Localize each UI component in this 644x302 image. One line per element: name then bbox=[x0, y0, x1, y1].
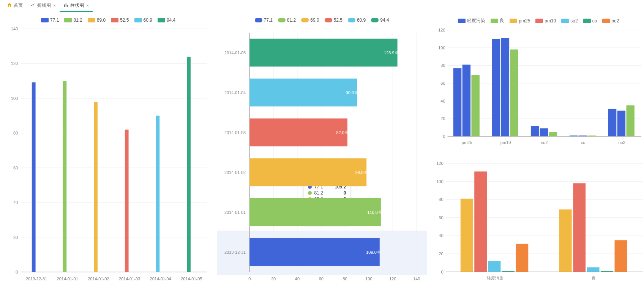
svg-rect-123 bbox=[516, 243, 528, 272]
legend-item[interactable]: 94.4 bbox=[371, 17, 389, 23]
svg-text:110.0: 110.0 bbox=[368, 210, 378, 215]
tab-bar: 首页 折线图 × 柱状图 × bbox=[0, 0, 644, 12]
svg-text:so2: so2 bbox=[541, 140, 548, 145]
svg-rect-94 bbox=[540, 128, 548, 136]
legend-item[interactable]: 69.0 bbox=[301, 17, 319, 23]
legend-label: 94.4 bbox=[380, 17, 389, 23]
legend-item[interactable]: 60.9 bbox=[348, 17, 366, 23]
chart4-plot: 020406080100120轻度污染良 bbox=[430, 159, 644, 284]
svg-text:0: 0 bbox=[441, 269, 443, 274]
chart3[interactable]: 轻度污染良pm25pm10so2cono2 020406080100120pm2… bbox=[430, 15, 644, 156]
tab-line-chart[interactable]: 折线图 × bbox=[27, 0, 60, 12]
tab-bar-chart[interactable]: 柱状图 × bbox=[60, 0, 93, 12]
legend-item[interactable]: 77.1 bbox=[255, 17, 273, 23]
legend-item[interactable]: no2 bbox=[602, 17, 619, 24]
chart1[interactable]: 77.181.269.052.560.994.4 020406080100120… bbox=[3, 15, 213, 299]
svg-text:90.0: 90.0 bbox=[346, 90, 354, 95]
svg-text:109.0: 109.0 bbox=[366, 250, 377, 255]
svg-text:80: 80 bbox=[343, 277, 347, 281]
legend-label: 60.9 bbox=[357, 17, 366, 23]
svg-text:2014-01-05: 2014-01-05 bbox=[181, 277, 202, 281]
close-icon[interactable]: × bbox=[53, 3, 56, 8]
chart1-plot: 0204060801001201402013-12-312014-01-0120… bbox=[3, 25, 213, 287]
svg-text:120: 120 bbox=[436, 161, 444, 166]
svg-rect-122 bbox=[502, 271, 515, 272]
svg-rect-103 bbox=[626, 105, 634, 136]
legend-item[interactable]: 77.1 bbox=[41, 17, 59, 23]
svg-rect-27 bbox=[156, 116, 159, 272]
svg-text:2014-01-01: 2014-01-01 bbox=[224, 210, 246, 215]
svg-text:0: 0 bbox=[443, 134, 445, 139]
chart2-legend: 77.181.269.052.560.994.4 bbox=[216, 15, 427, 25]
legend-item[interactable]: 52.5 bbox=[111, 17, 129, 23]
svg-text:60: 60 bbox=[439, 215, 443, 220]
legend-label: 60.9 bbox=[144, 17, 152, 23]
svg-rect-99 bbox=[587, 136, 595, 136]
legend-item[interactable]: 69.0 bbox=[88, 17, 106, 23]
legend-label: 69.0 bbox=[310, 17, 319, 23]
svg-text:40: 40 bbox=[439, 233, 443, 238]
svg-point-57 bbox=[365, 171, 368, 174]
svg-point-61 bbox=[345, 131, 348, 134]
svg-text:120: 120 bbox=[438, 28, 445, 32]
svg-text:2014-01-04: 2014-01-04 bbox=[224, 90, 246, 95]
svg-text:20: 20 bbox=[439, 251, 443, 256]
svg-text:2014-01-02: 2014-01-02 bbox=[224, 170, 246, 175]
legend-label: no2 bbox=[611, 18, 619, 24]
svg-text:2014-01-05: 2014-01-05 bbox=[224, 51, 246, 55]
svg-text:0: 0 bbox=[16, 270, 18, 274]
svg-rect-19 bbox=[32, 82, 36, 272]
legend-label: 94.4 bbox=[167, 17, 175, 23]
legend-item[interactable]: pm10 bbox=[535, 17, 556, 24]
legend-item[interactable]: 良 bbox=[491, 17, 504, 24]
svg-text:pm25: pm25 bbox=[462, 140, 472, 145]
legend-item[interactable]: co bbox=[583, 17, 597, 24]
line-chart-icon bbox=[30, 2, 36, 9]
svg-text:82.0: 82.0 bbox=[336, 130, 344, 135]
svg-text:80: 80 bbox=[440, 63, 445, 68]
svg-text:140: 140 bbox=[11, 27, 18, 31]
svg-rect-125 bbox=[559, 209, 572, 272]
close-icon[interactable]: × bbox=[86, 3, 89, 8]
svg-rect-95 bbox=[549, 132, 557, 136]
svg-rect-59 bbox=[250, 119, 348, 147]
legend-label: co bbox=[592, 18, 597, 24]
svg-text:0: 0 bbox=[249, 277, 251, 281]
legend-item[interactable]: pm25 bbox=[510, 17, 530, 24]
svg-rect-87 bbox=[471, 75, 479, 136]
legend-item[interactable]: 81.2 bbox=[64, 17, 82, 23]
legend-item[interactable]: 81.2 bbox=[278, 17, 296, 23]
chart2[interactable]: 77.181.269.052.560.994.4 020406080100120… bbox=[216, 15, 427, 299]
svg-text:2013-12-31: 2013-12-31 bbox=[224, 250, 246, 255]
svg-rect-126 bbox=[573, 183, 586, 272]
legend-item[interactable]: 60.9 bbox=[134, 17, 152, 23]
legend-label: 81.2 bbox=[73, 17, 82, 23]
legend-item[interactable]: so2 bbox=[561, 17, 578, 24]
legend-label: so2 bbox=[570, 18, 578, 24]
svg-text:2013-12-31: 2013-12-31 bbox=[26, 277, 47, 281]
svg-text:98.0: 98.0 bbox=[355, 170, 363, 175]
svg-rect-55 bbox=[250, 158, 367, 187]
chart3-legend: 轻度污染良pm25pm10so2cono2 bbox=[430, 15, 644, 26]
svg-rect-0 bbox=[64, 5, 65, 7]
chart4[interactable]: 020406080100120轻度污染良 bbox=[430, 159, 644, 299]
svg-rect-97 bbox=[570, 136, 578, 136]
svg-rect-63 bbox=[250, 79, 357, 107]
legend-item[interactable]: 94.4 bbox=[158, 17, 175, 23]
legend-label: 81.2 bbox=[287, 17, 296, 23]
svg-text:100: 100 bbox=[436, 179, 444, 183]
svg-rect-47 bbox=[250, 238, 380, 266]
svg-rect-119 bbox=[461, 198, 473, 272]
svg-point-49 bbox=[377, 251, 380, 254]
svg-text:2014-01-02: 2014-01-02 bbox=[88, 277, 109, 281]
tab-home-label: 首页 bbox=[14, 2, 23, 9]
legend-item[interactable]: 52.5 bbox=[325, 17, 343, 23]
svg-text:no2: no2 bbox=[618, 140, 625, 145]
svg-text:pm10: pm10 bbox=[500, 140, 511, 145]
chart3-plot: 020406080100120pm25pm10so2cono2 bbox=[430, 26, 644, 148]
legend-label: pm10 bbox=[545, 18, 556, 24]
svg-rect-23 bbox=[94, 102, 98, 272]
tab-home[interactable]: 首页 bbox=[3, 0, 27, 12]
legend-item[interactable]: 轻度污染 bbox=[458, 17, 485, 24]
svg-point-65 bbox=[355, 91, 358, 94]
